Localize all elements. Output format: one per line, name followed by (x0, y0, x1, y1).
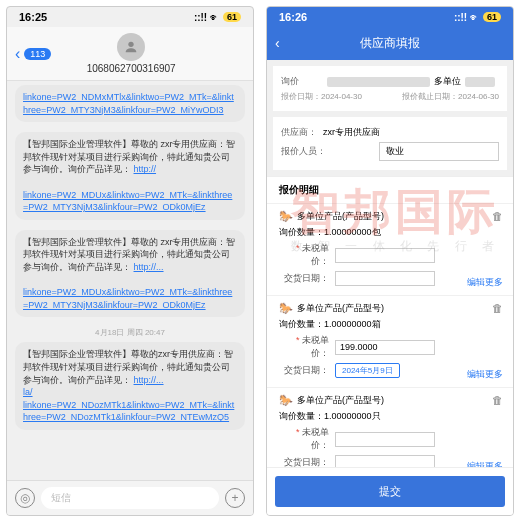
message-bubble[interactable]: 【智邦国际企业管理软件】尊敬的 zxr专用供应商：智邦软件现针对某项目进行采购询… (15, 132, 245, 220)
trash-icon[interactable]: 🗑 (492, 394, 503, 406)
right-phone: 16:26 ::!! ᯤ 61 ‹ 供应商填报 询价多单位 报价日期：2024-… (266, 6, 514, 516)
submit-bar: 提交 (267, 467, 513, 515)
inquiry-card: 询价多单位 报价日期：2024-04-30报价截止日期：2024-06-30 (273, 66, 507, 111)
content[interactable]: 询价多单位 报价日期：2024-04-30报价截止日期：2024-06-30 供… (267, 60, 513, 490)
reporter-input[interactable]: 敬业 (379, 142, 499, 161)
submit-button[interactable]: 提交 (275, 476, 505, 507)
message-input[interactable]: 短信 (41, 487, 219, 509)
back-icon[interactable]: ‹ (15, 45, 20, 63)
svg-point-0 (129, 42, 134, 47)
plus-icon[interactable]: + (225, 488, 245, 508)
quote-item: 🐎多单位产品(产品型号) 🗑 询价数量：1.00000000箱 未税单价： 交货… (267, 295, 513, 387)
input-bar: ◎ 短信 + (7, 480, 253, 515)
price-input[interactable] (335, 432, 435, 447)
price-label: 未税单价： (279, 242, 329, 268)
avatar-icon[interactable] (117, 33, 145, 61)
date-input[interactable] (335, 271, 435, 286)
supplier-card: 供应商：zxr专用供应商 报价人员：敬业 (273, 117, 507, 170)
status-icons: ::!! ᯤ 61 (454, 12, 501, 23)
page-title: 供应商填报 (360, 36, 420, 50)
message-list[interactable]: linkone=PW2_NDMxMTlx&linktwo=PW2_MTk=&li… (7, 81, 253, 471)
price-input[interactable] (335, 340, 435, 355)
time: 16:26 (279, 11, 307, 23)
product-icon: 🐎 (279, 395, 293, 407)
message-date: 4月18日 周四 20:47 (15, 327, 245, 338)
battery-icon: 61 (223, 12, 241, 22)
date-label: 交货日期： (279, 272, 329, 285)
back-icon[interactable]: ‹ (275, 35, 280, 51)
product-name: 多单位产品(产品型号) (297, 394, 384, 407)
status-icons: ::!! ᯤ 61 (194, 12, 241, 23)
status-bar-left: 16:25 ::!! ᯤ 61 (7, 7, 253, 27)
qty-value: 1.00000000箱 (324, 318, 381, 331)
edit-more-link[interactable]: 编辑更多 (467, 276, 503, 289)
chat-header: ‹ 113 1068062700316907 (7, 27, 253, 81)
status-bar-right: 16:26 ::!! ᯤ 61 (267, 7, 513, 27)
qty-value: 1.00000000只 (324, 410, 381, 423)
price-label: 未税单价： (279, 334, 329, 360)
camera-icon[interactable]: ◎ (15, 488, 35, 508)
time: 16:25 (19, 11, 47, 23)
quote-item: 🐎多单位产品(产品型号) 🗑 询价数量：1.00000000只 未税单价： 交货… (267, 387, 513, 479)
product-name: 多单位产品(产品型号) (297, 210, 384, 223)
edit-more-link[interactable]: 编辑更多 (467, 368, 503, 381)
qty-label: 询价数量： (279, 318, 324, 331)
product-icon: 🐎 (279, 303, 293, 315)
price-label: 未税单价： (279, 426, 329, 452)
qty-value: 1.00000000包 (324, 226, 381, 239)
date-label: 交货日期： (279, 364, 329, 377)
left-phone: 16:25 ::!! ᯤ 61 ‹ 113 1068062700316907 l… (6, 6, 254, 516)
qty-label: 询价数量： (279, 410, 324, 423)
qty-label: 询价数量： (279, 226, 324, 239)
price-input[interactable] (335, 248, 435, 263)
battery-icon: 61 (483, 12, 501, 22)
trash-icon[interactable]: 🗑 (492, 210, 503, 222)
detail-title: 报价明细 (267, 176, 513, 203)
unread-badge[interactable]: 113 (24, 48, 51, 60)
product-name: 多单位产品(产品型号) (297, 302, 384, 315)
message-bubble[interactable]: linkone=PW2_NDMxMTlx&linktwo=PW2_MTk=&li… (15, 85, 245, 122)
message-bubble[interactable]: 【智邦国际企业管理软件】尊敬的 zxr专用供应商：智邦软件现针对某项目进行采购询… (15, 230, 245, 318)
product-icon: 🐎 (279, 211, 293, 223)
date-input[interactable]: 2024年5月9日 (335, 363, 400, 378)
page-header: ‹ 供应商填报 (267, 27, 513, 60)
contact-number: 1068062700316907 (51, 63, 211, 74)
quote-item: 🐎多单位产品(产品型号) 🗑 询价数量：1.00000000包 未税单价： 交货… (267, 203, 513, 295)
blurred-text (327, 77, 430, 87)
message-bubble[interactable]: 【智邦国际企业管理软件】尊敬的zxr专用供应商：智邦软件现针对某项目进行采购询价… (15, 342, 245, 430)
trash-icon[interactable]: 🗑 (492, 302, 503, 314)
